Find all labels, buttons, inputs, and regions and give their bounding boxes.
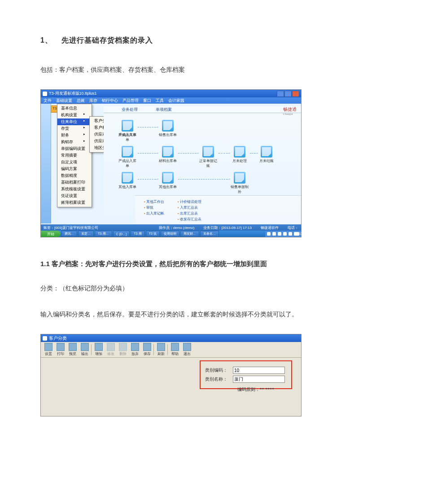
menu-stock[interactable]: 库存 bbox=[89, 98, 97, 104]
node-month-close[interactable]: 月末结账 bbox=[256, 146, 277, 163]
close-button[interactable] bbox=[292, 91, 299, 97]
menu-gl[interactable]: 总账 bbox=[77, 98, 85, 104]
menu-item[interactable]: 常用摘要 bbox=[57, 152, 92, 159]
paragraph-category: 分类：（红色标记部分为必填） bbox=[40, 282, 384, 294]
flow-arrow bbox=[178, 153, 196, 153]
tray-icon[interactable] bbox=[278, 232, 281, 236]
status-account: 账套：[003]厦门蓝宇科技有限公司 bbox=[44, 225, 98, 230]
link[interactable]: 入库汇总表 bbox=[178, 205, 201, 210]
tray-icon[interactable] bbox=[288, 232, 292, 236]
separator bbox=[153, 344, 155, 355]
link[interactable]: 出库汇总表 bbox=[178, 211, 201, 216]
tray-icon[interactable] bbox=[272, 232, 276, 236]
menu-item[interactable]: 存货 bbox=[57, 125, 92, 132]
task-button[interactable]: T3-用 bbox=[131, 231, 145, 237]
flow-arrow bbox=[138, 127, 156, 127]
heading-1-1: 1.1 客户档案：先对客户进行分类设置，然后把所有的客户都统一增加到里面 bbox=[40, 260, 384, 268]
task-button[interactable]: 用友财… bbox=[180, 231, 199, 237]
task-button[interactable]: 腾讯… bbox=[61, 231, 77, 237]
tbtn-preview[interactable]: 预览 bbox=[67, 343, 79, 356]
menu-item[interactable]: 单据编码设置 bbox=[57, 145, 92, 152]
status-date: 业务日期：[2013-09-17] 17:13 bbox=[203, 225, 252, 230]
node-product-in[interactable]: 产成品入库单 bbox=[117, 146, 138, 168]
task-button[interactable]: 未定… bbox=[78, 231, 94, 237]
node-normal-post[interactable]: 正常单据记账 bbox=[198, 146, 219, 168]
menu-item[interactable]: 凭证设置 bbox=[57, 193, 92, 199]
tbtn-exit[interactable]: 退出 bbox=[181, 343, 193, 356]
menu-product[interactable]: 产品管理 bbox=[122, 98, 139, 104]
tbtn-print[interactable]: 打印 bbox=[55, 343, 66, 356]
task-button[interactable]: T3-用… bbox=[95, 231, 112, 237]
menu-tools[interactable]: 工具 bbox=[156, 98, 164, 104]
tab-archive[interactable]: 单项档案 bbox=[156, 107, 172, 113]
menu-item[interactable]: 机构设置 bbox=[57, 112, 92, 118]
tab-biz[interactable]: 业务处理 bbox=[122, 107, 138, 113]
task-button[interactable]: T3 说 bbox=[146, 231, 160, 237]
tbtn-add[interactable]: 增加 bbox=[93, 343, 105, 356]
menu-item-selected[interactable]: 往来单位 bbox=[57, 118, 92, 125]
flow-arrow bbox=[219, 153, 227, 153]
link[interactable]: 计价错误处理 bbox=[178, 199, 201, 204]
heading-1-text: 先进行基础存货档案的录入 bbox=[61, 36, 153, 44]
menu-item[interactable]: 自定义项 bbox=[57, 159, 92, 166]
task-button[interactable]: 未命名… bbox=[200, 231, 219, 237]
menu-help[interactable]: 会计家园 bbox=[168, 98, 184, 104]
dialog-title: 客户分类 bbox=[49, 335, 299, 342]
node-month-end[interactable]: 月末处理 bbox=[229, 146, 250, 163]
clock: 17:13 bbox=[294, 232, 299, 236]
node-other-out[interactable]: 其他出库单 bbox=[157, 172, 178, 189]
link[interactable]: 审批 bbox=[144, 205, 164, 210]
menu-item[interactable]: 系统模板设置 bbox=[57, 186, 92, 193]
separator bbox=[91, 344, 92, 355]
tbtn-cancel[interactable]: 放弃 bbox=[129, 343, 141, 356]
menu-sales[interactable]: 销行中心 bbox=[102, 98, 118, 104]
start-button[interactable]: 开始 bbox=[41, 231, 61, 237]
link[interactable]: 其他工作台 bbox=[144, 199, 164, 204]
menu-item[interactable]: 数据精度 bbox=[57, 172, 92, 179]
link[interactable]: 出入库记帐 bbox=[144, 211, 164, 216]
tbtn-export[interactable]: 输出 bbox=[79, 343, 91, 356]
tray-icon[interactable] bbox=[267, 232, 271, 236]
quick-links: 其他工作台 审批 出入库记帐 计价错误处理 入库汇总表 出库汇总表 收发存汇总表 bbox=[135, 195, 301, 224]
label-code: 类别编码： bbox=[205, 367, 230, 373]
menu-item[interactable]: 财务 bbox=[57, 132, 92, 139]
status-bar: 账套：[003]厦门蓝宇科技有限公司 操作员：demo (demo) 业务日期：… bbox=[41, 224, 301, 231]
task-button[interactable]: C (D…) bbox=[113, 231, 130, 237]
tbtn-help[interactable]: 帮助 bbox=[169, 343, 181, 356]
menu-file[interactable]: 文件 bbox=[44, 98, 52, 104]
input-code[interactable] bbox=[233, 367, 285, 374]
minimize-button[interactable] bbox=[277, 91, 284, 97]
menu-item[interactable]: 基础档案打印 bbox=[57, 179, 92, 186]
taskbar: 开始 腾讯… 未定… T3-用… C (D…) T3-用 T3 说 使用说明 用… bbox=[41, 231, 301, 237]
node-product-in[interactable]: 产成品入库单 bbox=[117, 120, 138, 142]
required-fields-highlight: 类别编码： 类别名称： bbox=[200, 360, 292, 389]
tbtn-delete: 删除 bbox=[117, 343, 129, 356]
tbtn-refresh[interactable]: 刷新 bbox=[155, 343, 167, 356]
dialog-titlebar: 客户分类 bbox=[41, 334, 301, 342]
node-material-out[interactable]: 材料出库单 bbox=[157, 146, 178, 163]
menu-basic[interactable]: 基础设置 bbox=[56, 98, 72, 104]
input-name[interactable] bbox=[233, 376, 285, 383]
menu-window[interactable]: 窗口 bbox=[143, 98, 151, 104]
link[interactable]: 收发存汇总表 bbox=[178, 217, 201, 222]
tbtn-save[interactable]: 保存 bbox=[141, 343, 153, 356]
paragraph-includes: 包括：客户档案，供应商档案、存货档案、仓库档案 bbox=[40, 63, 384, 76]
tray-icon[interactable] bbox=[283, 232, 287, 236]
tbtn-settings[interactable]: 设置 bbox=[43, 343, 54, 356]
menu-item[interactable]: 编码方案 bbox=[57, 166, 92, 172]
flow-arrow bbox=[178, 179, 227, 180]
menu-item[interactable]: 基本信息 bbox=[57, 105, 92, 112]
screenshot-app: T3-用友通标准版10.8plus1 文件 基础设置 总账 库存 销行中心 产品… bbox=[40, 89, 302, 237]
node-sales-supplement[interactable]: 销售单据制补 bbox=[229, 172, 250, 194]
menu-item[interactable]: 购销存 bbox=[57, 139, 92, 145]
menu-item[interactable]: 账簿档案设置 bbox=[57, 199, 92, 206]
node-sales-out[interactable]: 销售出库单 bbox=[157, 120, 178, 137]
menu-bar: 文件 基础设置 总账 库存 销行中心 产品管理 窗口 工具 会计家园 bbox=[41, 97, 301, 104]
status-vendor: 畅捷通软件 bbox=[261, 225, 279, 230]
sidebar bbox=[41, 104, 51, 224]
window-title: T3-用友通标准版10.8plus1 bbox=[49, 91, 275, 96]
maximize-button[interactable] bbox=[284, 91, 292, 97]
node-other-in[interactable]: 其他入库单 bbox=[117, 172, 138, 189]
task-button[interactable]: 使用说明 bbox=[161, 231, 179, 237]
flow-canvas: 业务处理 单项档案 畅捷通 Chanjet 采购入库单 销售出库单 产成品入库单… bbox=[104, 106, 301, 224]
